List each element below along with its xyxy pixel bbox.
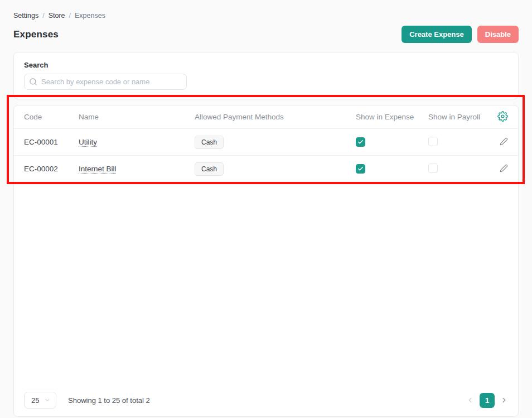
payment-method-badge: Cash: [195, 136, 224, 149]
payment-method-badge: Cash: [195, 162, 224, 176]
column-header-show-in-payroll: Show in Payroll: [428, 113, 495, 121]
expense-name-link[interactable]: Internet Bill: [79, 165, 117, 173]
check-icon: [357, 139, 364, 145]
pager: 1: [466, 393, 508, 408]
create-expense-button[interactable]: Create Expense: [402, 26, 472, 43]
gear-icon[interactable]: [497, 111, 508, 122]
cell-code: EC-00002: [24, 165, 79, 173]
cell-name: Internet Bill: [79, 165, 195, 173]
search-input[interactable]: [24, 74, 187, 90]
search-icon: [29, 78, 37, 86]
cell-actions: [500, 137, 508, 147]
breadcrumb-item-expenses: Expenses: [75, 12, 105, 20]
edit-pencil-icon[interactable]: [500, 164, 508, 172]
column-header-payment-methods: Allowed Payment Methods: [195, 113, 356, 121]
page-header: Expenses Create Expense Disable: [13, 26, 519, 43]
breadcrumb-item-settings[interactable]: Settings: [13, 12, 38, 20]
expense-name-link[interactable]: Utility: [79, 138, 97, 146]
breadcrumb-separator: /: [69, 12, 71, 20]
page-size-select[interactable]: 25: [24, 392, 56, 409]
disable-button[interactable]: Disable: [477, 26, 519, 43]
column-header-show-in-expense: Show in Expense: [356, 113, 428, 121]
column-settings: [497, 111, 508, 123]
cell-payment-methods: Cash: [195, 162, 356, 176]
pagination-bar: 25 Showing 1 to 25 of total 2 1: [14, 385, 518, 416]
page-size-value: 25: [31, 396, 39, 405]
cell-name: Utility: [79, 138, 195, 146]
cell-show-in-payroll: [428, 164, 495, 175]
column-header-name: Name: [79, 113, 195, 121]
show-in-expense-checkbox[interactable]: [356, 164, 365, 174]
cell-code: EC-00001: [24, 138, 79, 146]
header-actions: Create Expense Disable: [402, 26, 519, 43]
table-row: EC-00001 Utility Cash: [14, 129, 518, 156]
show-in-payroll-checkbox[interactable]: [428, 164, 438, 173]
breadcrumb: Settings / Store / Expenses: [13, 0, 519, 20]
chevron-right-icon[interactable]: [500, 396, 508, 404]
page-title: Expenses: [13, 29, 59, 40]
table-header-row: Code Name Allowed Payment Methods Show i…: [14, 105, 518, 129]
cell-show-in-expense: [356, 164, 428, 174]
cell-payment-methods: Cash: [195, 136, 356, 149]
search-panel: Search: [13, 52, 519, 99]
cell-show-in-payroll: [428, 137, 495, 148]
expenses-table-card: Code Name Allowed Payment Methods Show i…: [13, 105, 519, 417]
page-1-button[interactable]: 1: [480, 393, 495, 408]
breadcrumb-item-store[interactable]: Store: [49, 12, 65, 20]
edit-pencil-icon[interactable]: [500, 137, 508, 146]
column-header-code: Code: [24, 113, 79, 121]
chevron-down-icon: [44, 397, 51, 403]
chevron-left-icon[interactable]: [466, 396, 474, 404]
cell-actions: [500, 164, 508, 174]
search-box: [24, 74, 187, 90]
search-label: Search: [24, 61, 508, 69]
check-icon: [357, 166, 364, 172]
show-in-expense-checkbox[interactable]: [356, 137, 365, 147]
breadcrumb-separator: /: [42, 12, 44, 20]
table-row: EC-00002 Internet Bill Cash: [14, 156, 518, 182]
show-in-payroll-checkbox[interactable]: [428, 137, 438, 146]
pagination-summary: Showing 1 to 25 of total 2: [68, 396, 150, 405]
cell-show-in-expense: [356, 137, 428, 147]
